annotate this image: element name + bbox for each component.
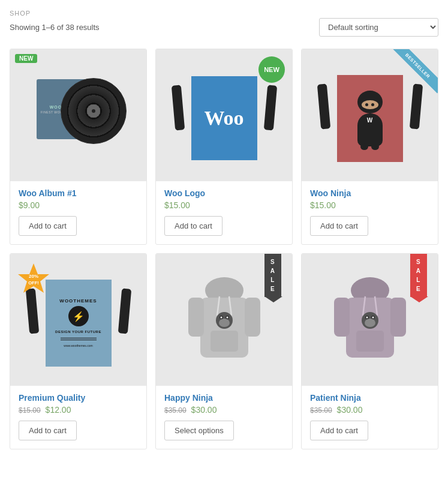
svg-text:20%: 20% [29, 274, 38, 279]
price-sale: $12.00 [46, 405, 71, 415]
product-price: $15.00 $12.00 [19, 405, 138, 415]
price-original: $15.00 [19, 406, 41, 415]
add-to-cart-button[interactable]: Add to cart [19, 421, 77, 440]
add-to-cart-button[interactable]: Add to cart [310, 421, 368, 440]
product-name[interactable]: Woo Album #1 [19, 188, 138, 198]
select-options-button[interactable]: Select options [164, 421, 234, 440]
svg-rect-20 [356, 331, 384, 352]
product-name[interactable]: Woo Logo [164, 188, 284, 198]
price-original: $35.00 [164, 406, 187, 415]
product-price: $35.00 $30.00 [310, 405, 429, 415]
product-info: Premium Quality $15.00 $12.00 Add to car… [10, 386, 146, 449]
price-sale: $30.00 [191, 405, 217, 415]
product-image-woo-ninja: BESTSELLER W [302, 49, 438, 181]
svg-point-24 [365, 319, 375, 327]
svg-rect-18 [334, 298, 350, 337]
product-price: $35.00 $30.00 [164, 405, 284, 415]
product-image-patient-ninja: SALE [302, 254, 438, 386]
svg-text:OFF!: OFF! [28, 280, 39, 286]
product-price: $15.00 [310, 200, 429, 210]
product-info: Patient Ninja $35.00 $30.00 Add to cart [302, 386, 438, 449]
price-sale: $30.00 [337, 405, 363, 415]
badge-bestseller: BESTSELLER [385, 49, 438, 102]
badge-sale-dark: SALE [264, 254, 281, 297]
price-original: $35.00 [310, 406, 332, 415]
product-card: SALE [301, 253, 438, 449]
product-info: Woo Album #1 $9.00 Add to cart [10, 181, 146, 244]
product-image-happy-ninja: SALE [156, 254, 292, 386]
svg-point-11 [219, 319, 230, 327]
results-count: Showing 1–6 of 38 results [10, 23, 100, 32]
product-price: $9.00 [19, 200, 138, 210]
product-info: Woo Ninja $15.00 Add to cart [302, 181, 438, 244]
svg-rect-5 [188, 298, 204, 337]
product-card: SALE [155, 253, 293, 449]
add-to-cart-button[interactable]: Add to cart [164, 216, 223, 236]
product-card: BESTSELLER W [301, 49, 438, 245]
add-to-cart-button[interactable]: Add to cart [19, 216, 77, 236]
product-card: 20% OFF! WOOTHEMES ⚡ DESIGN YOUR FUTURE [10, 253, 147, 449]
product-name[interactable]: Woo Ninja [310, 188, 429, 198]
badge-new: NEW [15, 54, 37, 63]
product-name[interactable]: Happy Ninja [164, 393, 284, 403]
svg-point-15 [226, 316, 228, 318]
sort-select[interactable]: Default sorting Sort by popularity Sort … [319, 18, 438, 37]
product-name[interactable]: Premium Quality [19, 393, 138, 403]
product-image-woo-album: NEW WOOTHEMES FINEST WORDPRESS THEMES [10, 49, 146, 181]
badge-sale-red: SALE [410, 254, 427, 297]
badge-new-circle: NEW [258, 56, 285, 83]
shop-title: SHOP [10, 10, 438, 17]
product-info: Happy Ninja $35.00 $30.00 Select options [156, 386, 292, 449]
svg-rect-6 [245, 298, 260, 337]
product-info: Woo Logo $15.00 Add to cart [156, 181, 292, 244]
svg-rect-19 [390, 298, 406, 337]
product-grid: NEW WOOTHEMES FINEST WORDPRESS THEMES Wo… [10, 49, 438, 449]
product-name[interactable]: Patient Ninja [310, 393, 429, 403]
svg-point-28 [372, 316, 374, 318]
svg-point-27 [366, 316, 368, 318]
product-image-premium-quality: 20% OFF! WOOTHEMES ⚡ DESIGN YOUR FUTURE [10, 254, 146, 386]
svg-rect-7 [211, 331, 238, 352]
product-card: NEW Woo Woo Logo $15.00 Add to cart [155, 49, 293, 245]
product-card: NEW WOOTHEMES FINEST WORDPRESS THEMES Wo… [10, 49, 147, 245]
product-price: $15.00 [164, 200, 284, 210]
badge-20off: 20% OFF! [16, 262, 51, 299]
shop-header: SHOP Showing 1–6 of 38 results Default s… [10, 10, 438, 37]
product-image-woo-logo: NEW Woo [156, 49, 292, 181]
svg-point-14 [220, 316, 222, 318]
add-to-cart-button[interactable]: Add to cart [310, 216, 368, 236]
